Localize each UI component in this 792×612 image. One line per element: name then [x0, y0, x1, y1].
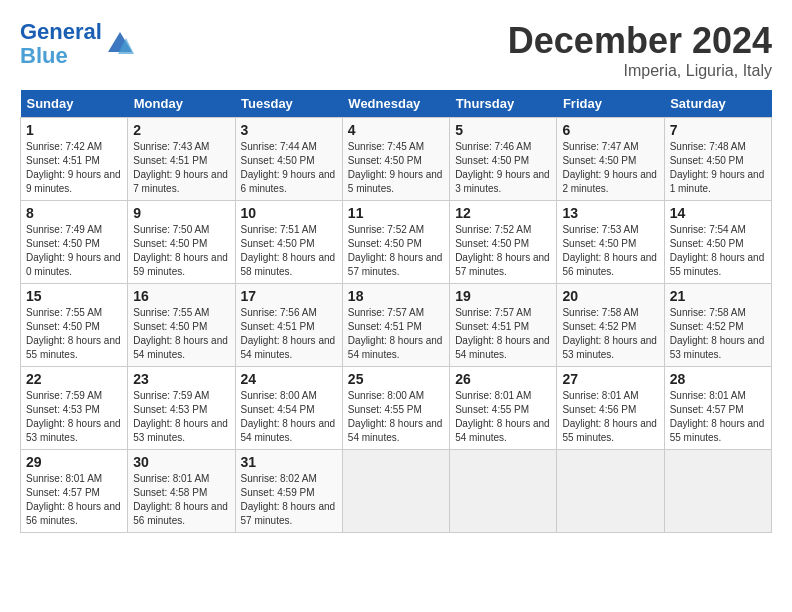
calendar-cell: 26Sunrise: 8:01 AM Sunset: 4:55 PM Dayli… [450, 367, 557, 450]
page-header: General Blue December 2024 Imperia, Ligu… [20, 20, 772, 80]
day-info: Sunrise: 8:01 AM Sunset: 4:57 PM Dayligh… [670, 389, 766, 445]
calendar-cell: 5Sunrise: 7:46 AM Sunset: 4:50 PM Daylig… [450, 118, 557, 201]
logo: General Blue [20, 20, 134, 68]
calendar-cell: 12Sunrise: 7:52 AM Sunset: 4:50 PM Dayli… [450, 201, 557, 284]
calendar-cell: 3Sunrise: 7:44 AM Sunset: 4:50 PM Daylig… [235, 118, 342, 201]
day-number: 23 [133, 371, 229, 387]
week-row-5: 29Sunrise: 8:01 AM Sunset: 4:57 PM Dayli… [21, 450, 772, 533]
day-number: 21 [670, 288, 766, 304]
day-info: Sunrise: 8:01 AM Sunset: 4:57 PM Dayligh… [26, 472, 122, 528]
weekday-sunday: Sunday [21, 90, 128, 118]
day-number: 30 [133, 454, 229, 470]
day-info: Sunrise: 7:44 AM Sunset: 4:50 PM Dayligh… [241, 140, 337, 196]
day-number: 9 [133, 205, 229, 221]
day-number: 14 [670, 205, 766, 221]
week-row-1: 1Sunrise: 7:42 AM Sunset: 4:51 PM Daylig… [21, 118, 772, 201]
day-number: 7 [670, 122, 766, 138]
day-info: Sunrise: 7:51 AM Sunset: 4:50 PM Dayligh… [241, 223, 337, 279]
day-info: Sunrise: 7:45 AM Sunset: 4:50 PM Dayligh… [348, 140, 444, 196]
day-number: 10 [241, 205, 337, 221]
calendar-cell: 31Sunrise: 8:02 AM Sunset: 4:59 PM Dayli… [235, 450, 342, 533]
day-info: Sunrise: 7:58 AM Sunset: 4:52 PM Dayligh… [670, 306, 766, 362]
logo-text: General Blue [20, 20, 102, 68]
day-number: 13 [562, 205, 658, 221]
day-info: Sunrise: 7:46 AM Sunset: 4:50 PM Dayligh… [455, 140, 551, 196]
calendar-cell: 14Sunrise: 7:54 AM Sunset: 4:50 PM Dayli… [664, 201, 771, 284]
day-info: Sunrise: 7:58 AM Sunset: 4:52 PM Dayligh… [562, 306, 658, 362]
day-number: 16 [133, 288, 229, 304]
day-info: Sunrise: 7:49 AM Sunset: 4:50 PM Dayligh… [26, 223, 122, 279]
day-info: Sunrise: 7:59 AM Sunset: 4:53 PM Dayligh… [26, 389, 122, 445]
day-info: Sunrise: 7:42 AM Sunset: 4:51 PM Dayligh… [26, 140, 122, 196]
calendar-cell: 10Sunrise: 7:51 AM Sunset: 4:50 PM Dayli… [235, 201, 342, 284]
weekday-friday: Friday [557, 90, 664, 118]
calendar-cell: 15Sunrise: 7:55 AM Sunset: 4:50 PM Dayli… [21, 284, 128, 367]
day-info: Sunrise: 8:00 AM Sunset: 4:55 PM Dayligh… [348, 389, 444, 445]
weekday-monday: Monday [128, 90, 235, 118]
week-row-4: 22Sunrise: 7:59 AM Sunset: 4:53 PM Dayli… [21, 367, 772, 450]
day-number: 25 [348, 371, 444, 387]
calendar-cell: 20Sunrise: 7:58 AM Sunset: 4:52 PM Dayli… [557, 284, 664, 367]
calendar-cell: 23Sunrise: 7:59 AM Sunset: 4:53 PM Dayli… [128, 367, 235, 450]
calendar-cell [342, 450, 449, 533]
day-info: Sunrise: 7:47 AM Sunset: 4:50 PM Dayligh… [562, 140, 658, 196]
calendar-cell: 7Sunrise: 7:48 AM Sunset: 4:50 PM Daylig… [664, 118, 771, 201]
calendar-cell: 25Sunrise: 8:00 AM Sunset: 4:55 PM Dayli… [342, 367, 449, 450]
location-title: Imperia, Liguria, Italy [508, 62, 772, 80]
weekday-header-row: SundayMondayTuesdayWednesdayThursdayFrid… [21, 90, 772, 118]
day-number: 17 [241, 288, 337, 304]
calendar-cell: 27Sunrise: 8:01 AM Sunset: 4:56 PM Dayli… [557, 367, 664, 450]
day-info: Sunrise: 7:59 AM Sunset: 4:53 PM Dayligh… [133, 389, 229, 445]
day-number: 12 [455, 205, 551, 221]
day-info: Sunrise: 7:52 AM Sunset: 4:50 PM Dayligh… [455, 223, 551, 279]
weekday-wednesday: Wednesday [342, 90, 449, 118]
calendar-body: 1Sunrise: 7:42 AM Sunset: 4:51 PM Daylig… [21, 118, 772, 533]
day-info: Sunrise: 7:52 AM Sunset: 4:50 PM Dayligh… [348, 223, 444, 279]
calendar-cell [450, 450, 557, 533]
day-info: Sunrise: 7:55 AM Sunset: 4:50 PM Dayligh… [26, 306, 122, 362]
day-number: 3 [241, 122, 337, 138]
day-info: Sunrise: 7:57 AM Sunset: 4:51 PM Dayligh… [455, 306, 551, 362]
day-number: 26 [455, 371, 551, 387]
calendar-cell: 4Sunrise: 7:45 AM Sunset: 4:50 PM Daylig… [342, 118, 449, 201]
day-info: Sunrise: 7:56 AM Sunset: 4:51 PM Dayligh… [241, 306, 337, 362]
day-number: 2 [133, 122, 229, 138]
week-row-2: 8Sunrise: 7:49 AM Sunset: 4:50 PM Daylig… [21, 201, 772, 284]
day-info: Sunrise: 7:50 AM Sunset: 4:50 PM Dayligh… [133, 223, 229, 279]
calendar-cell: 22Sunrise: 7:59 AM Sunset: 4:53 PM Dayli… [21, 367, 128, 450]
day-number: 4 [348, 122, 444, 138]
day-info: Sunrise: 7:55 AM Sunset: 4:50 PM Dayligh… [133, 306, 229, 362]
day-number: 11 [348, 205, 444, 221]
week-row-3: 15Sunrise: 7:55 AM Sunset: 4:50 PM Dayli… [21, 284, 772, 367]
day-number: 27 [562, 371, 658, 387]
calendar-cell: 1Sunrise: 7:42 AM Sunset: 4:51 PM Daylig… [21, 118, 128, 201]
day-info: Sunrise: 8:00 AM Sunset: 4:54 PM Dayligh… [241, 389, 337, 445]
calendar-cell: 2Sunrise: 7:43 AM Sunset: 4:51 PM Daylig… [128, 118, 235, 201]
day-number: 6 [562, 122, 658, 138]
day-number: 1 [26, 122, 122, 138]
day-number: 24 [241, 371, 337, 387]
calendar-table: SundayMondayTuesdayWednesdayThursdayFrid… [20, 90, 772, 533]
calendar-cell [664, 450, 771, 533]
calendar-cell: 30Sunrise: 8:01 AM Sunset: 4:58 PM Dayli… [128, 450, 235, 533]
weekday-saturday: Saturday [664, 90, 771, 118]
day-number: 19 [455, 288, 551, 304]
calendar-cell: 18Sunrise: 7:57 AM Sunset: 4:51 PM Dayli… [342, 284, 449, 367]
logo-icon [106, 30, 134, 58]
calendar-cell: 11Sunrise: 7:52 AM Sunset: 4:50 PM Dayli… [342, 201, 449, 284]
day-info: Sunrise: 8:01 AM Sunset: 4:58 PM Dayligh… [133, 472, 229, 528]
day-number: 18 [348, 288, 444, 304]
calendar-cell: 28Sunrise: 8:01 AM Sunset: 4:57 PM Dayli… [664, 367, 771, 450]
day-info: Sunrise: 7:54 AM Sunset: 4:50 PM Dayligh… [670, 223, 766, 279]
calendar-cell: 24Sunrise: 8:00 AM Sunset: 4:54 PM Dayli… [235, 367, 342, 450]
month-title: December 2024 [508, 20, 772, 62]
calendar-cell: 19Sunrise: 7:57 AM Sunset: 4:51 PM Dayli… [450, 284, 557, 367]
calendar-cell: 21Sunrise: 7:58 AM Sunset: 4:52 PM Dayli… [664, 284, 771, 367]
weekday-thursday: Thursday [450, 90, 557, 118]
day-number: 15 [26, 288, 122, 304]
weekday-tuesday: Tuesday [235, 90, 342, 118]
calendar-cell: 13Sunrise: 7:53 AM Sunset: 4:50 PM Dayli… [557, 201, 664, 284]
calendar-cell [557, 450, 664, 533]
calendar-cell: 6Sunrise: 7:47 AM Sunset: 4:50 PM Daylig… [557, 118, 664, 201]
calendar-cell: 16Sunrise: 7:55 AM Sunset: 4:50 PM Dayli… [128, 284, 235, 367]
